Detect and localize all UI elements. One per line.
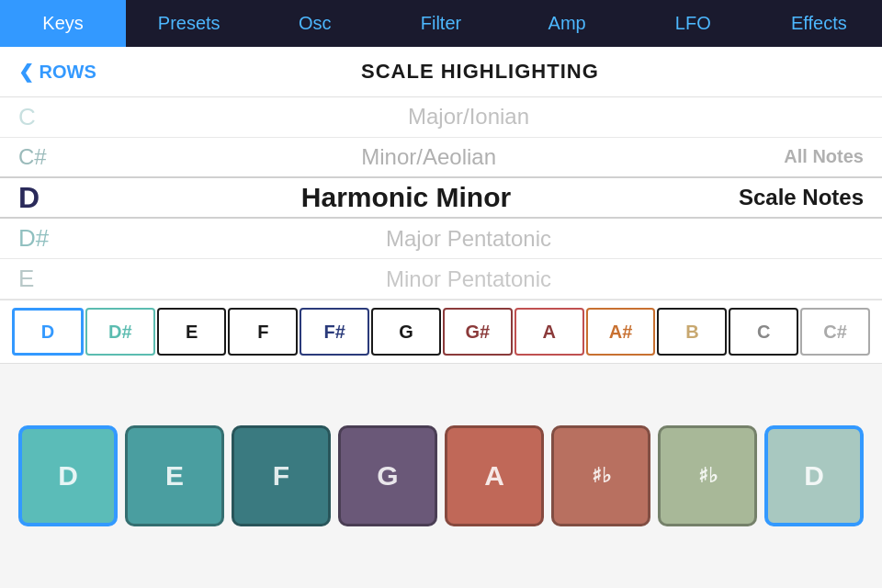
- piano-key-g[interactable]: G: [338, 425, 437, 526]
- note-selector: D D# E F F# G G# A A# B C C#: [0, 300, 882, 364]
- tab-amp[interactable]: Amp: [504, 0, 630, 47]
- scale-name-e: Minor Pentatonic: [74, 266, 864, 292]
- note-btn-a[interactable]: A: [514, 308, 584, 356]
- tab-presets[interactable]: Presets: [126, 0, 252, 47]
- note-btn-c[interactable]: C: [729, 308, 798, 356]
- piano-panel: D E F G A ♯♭ ♯♭ D: [0, 364, 882, 588]
- scale-row-e[interactable]: E Minor Pentatonic: [0, 259, 882, 300]
- sharp-flat-symbol-1: ♯♭: [592, 464, 611, 488]
- piano-key-bs[interactable]: ♯♭: [658, 425, 757, 526]
- note-btn-d[interactable]: D: [12, 308, 84, 356]
- scale-name-c: Major/Ionian: [74, 104, 864, 130]
- tab-osc[interactable]: Osc: [252, 0, 378, 47]
- scale-filter-d: Scale Notes: [739, 185, 864, 210]
- scale-row-c[interactable]: C Major/Ionian: [0, 97, 882, 138]
- note-btn-gs[interactable]: G#: [443, 308, 513, 356]
- scale-name-cs: Minor/Aeolian: [74, 144, 784, 170]
- note-btn-ds[interactable]: D#: [85, 308, 155, 356]
- tab-lfo[interactable]: LFO: [630, 0, 756, 47]
- tab-effects[interactable]: Effects: [756, 0, 882, 47]
- scale-row-d[interactable]: D Harmonic Minor Scale Notes: [0, 178, 882, 219]
- tab-filter[interactable]: Filter: [378, 0, 503, 47]
- scale-row-cs[interactable]: C# Minor/Aeolian All Notes: [0, 138, 882, 178]
- header-row: ❮ ROWS SCALE HIGHLIGHTING: [0, 47, 882, 97]
- note-btn-fs[interactable]: F#: [300, 308, 369, 356]
- note-btn-e[interactable]: E: [157, 308, 227, 356]
- scale-highlighting-title: SCALE HIGHLIGHTING: [96, 60, 864, 84]
- note-btn-b[interactable]: B: [657, 308, 727, 356]
- scale-name-ds: Major Pentatonic: [74, 226, 864, 252]
- scale-note-c: C: [18, 103, 74, 131]
- note-btn-as[interactable]: A#: [586, 308, 656, 356]
- scale-note-ds: D#: [18, 224, 74, 253]
- content-area: ❮ ROWS SCALE HIGHLIGHTING C Major/Ionian…: [0, 47, 882, 588]
- scale-note-cs: C#: [18, 144, 74, 170]
- scale-list: C Major/Ionian C# Minor/Aeolian All Note…: [0, 97, 882, 300]
- scale-note-e: E: [18, 265, 74, 293]
- rows-back-button[interactable]: ❮ ROWS: [18, 61, 96, 83]
- piano-key-d[interactable]: D: [18, 425, 118, 526]
- piano-key-f[interactable]: F: [232, 425, 331, 526]
- piano-key-a[interactable]: A: [445, 425, 544, 526]
- piano-key-e[interactable]: E: [125, 425, 224, 526]
- piano-key-d2[interactable]: D: [764, 425, 864, 526]
- sharp-flat-symbol-2: ♯♭: [698, 464, 718, 488]
- scale-filter-cs: All Notes: [784, 146, 864, 167]
- scale-note-d: D: [18, 181, 74, 215]
- piano-key-as[interactable]: ♯♭: [551, 425, 650, 526]
- scale-row-ds[interactable]: D# Major Pentatonic: [0, 219, 882, 259]
- top-navigation: Keys Presets Osc Filter Amp LFO Effects: [0, 0, 882, 47]
- scale-name-d: Harmonic Minor: [74, 182, 739, 213]
- note-btn-cs[interactable]: C#: [800, 308, 870, 356]
- note-btn-f[interactable]: F: [228, 308, 298, 356]
- note-btn-g[interactable]: G: [371, 308, 441, 356]
- tab-keys[interactable]: Keys: [0, 0, 126, 47]
